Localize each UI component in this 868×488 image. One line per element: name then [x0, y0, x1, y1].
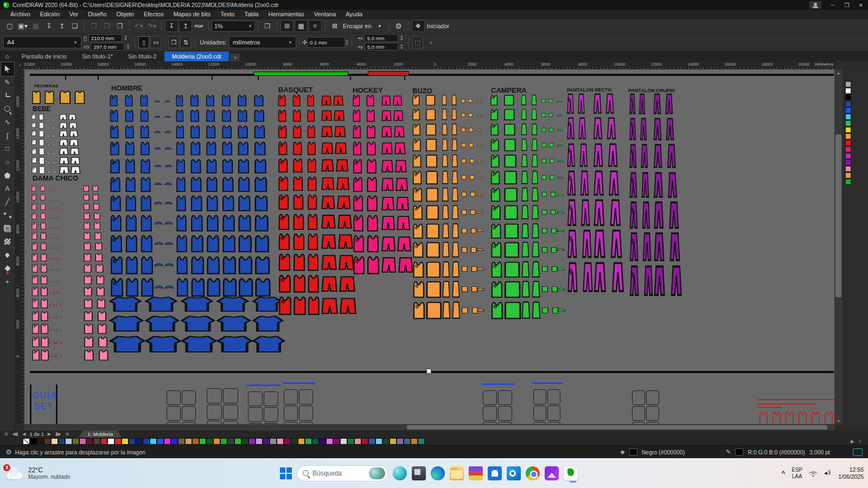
- palette-swatch[interactable]: [270, 438, 277, 445]
- pattern-piece[interactable]: [189, 195, 205, 213]
- pattern-piece[interactable]: [321, 233, 336, 251]
- pattern-piece[interactable]: [236, 234, 254, 254]
- document-palette-swatch[interactable]: [845, 120, 851, 126]
- document-palette-swatch[interactable]: [845, 140, 851, 146]
- pattern-piece[interactable]: [180, 335, 218, 354]
- pattern-piece[interactable]: [94, 264, 105, 274]
- pattern-piece[interactable]: [398, 256, 413, 275]
- pattern-piece[interactable]: [39, 122, 44, 130]
- pattern-piece[interactable]: [189, 94, 200, 107]
- pattern-piece[interactable]: [531, 108, 538, 121]
- drop-shadow-tool[interactable]: [1, 222, 14, 235]
- pattern-piece[interactable]: [476, 307, 485, 314]
- pattern-piece[interactable]: [503, 187, 519, 203]
- connector-tool[interactable]: ╱: [1, 195, 14, 209]
- pattern-piece[interactable]: [503, 154, 518, 169]
- pattern-piece[interactable]: [108, 195, 123, 213]
- pattern-piece[interactable]: [531, 138, 539, 152]
- pattern-piece[interactable]: [236, 141, 251, 157]
- pattern-piece[interactable]: [640, 144, 649, 169]
- pattern-piece[interactable]: [205, 158, 219, 175]
- pattern-piece[interactable]: [49, 255, 54, 261]
- pattern-piece[interactable]: [461, 307, 469, 315]
- show-guidelines-icon[interactable]: ⌗: [309, 20, 322, 32]
- pattern-piece[interactable]: [476, 98, 482, 105]
- wireframe-pattern-piece[interactable]: [646, 390, 659, 405]
- pattern-piece[interactable]: [189, 234, 206, 254]
- wireframe-pattern-piece[interactable]: [182, 390, 196, 405]
- pattern-piece[interactable]: [180, 296, 214, 313]
- open-icon[interactable]: ▣▾: [17, 21, 29, 31]
- pattern-piece[interactable]: [55, 278, 61, 284]
- red-wireframe-piece[interactable]: [823, 411, 834, 424]
- pattern-piece[interactable]: [340, 297, 356, 316]
- start-button[interactable]: [280, 467, 292, 479]
- pattern-piece[interactable]: [164, 220, 173, 228]
- options-gear-icon[interactable]: ⚙: [393, 21, 405, 31]
- pattern-piece[interactable]: [164, 240, 174, 248]
- page-height-field[interactable]: 297.0 mm: [91, 43, 124, 50]
- pattern-piece[interactable]: [520, 170, 529, 185]
- pattern-piece[interactable]: [580, 229, 593, 259]
- pattern-piece[interactable]: [277, 233, 292, 252]
- pattern-piece[interactable]: [49, 196, 53, 202]
- pattern-piece[interactable]: [49, 313, 55, 320]
- pattern-piece[interactable]: [139, 277, 156, 298]
- pattern-piece[interactable]: [47, 116, 50, 123]
- document-palette-swatch[interactable]: [845, 127, 851, 133]
- pattern-piece[interactable]: [541, 112, 546, 119]
- pattern-piece[interactable]: [411, 261, 426, 279]
- document-palette-swatch[interactable]: [845, 133, 851, 139]
- horizontal-scroll-thumb[interactable]: [407, 425, 827, 429]
- pattern-piece[interactable]: [652, 201, 666, 230]
- pattern-piece[interactable]: [520, 204, 529, 221]
- pattern-piece[interactable]: [236, 109, 249, 123]
- pattern-piece[interactable]: [441, 280, 451, 299]
- pattern-piece[interactable]: [43, 90, 55, 106]
- pattern-piece[interactable]: [557, 98, 562, 105]
- pattern-piece[interactable]: [108, 125, 120, 139]
- pattern-piece[interactable]: [97, 336, 109, 348]
- palette-swatch[interactable]: [241, 438, 248, 445]
- wireframe-pattern-piece[interactable]: [646, 406, 659, 421]
- pattern-piece[interactable]: [579, 199, 591, 227]
- pattern-piece[interactable]: [394, 125, 405, 139]
- menu-diseño[interactable]: Diseño: [83, 11, 111, 17]
- crop-tool[interactable]: [1, 89, 14, 102]
- pattern-piece[interactable]: [628, 172, 639, 199]
- document-palette-swatch[interactable]: [845, 159, 851, 165]
- pattern-piece[interactable]: [291, 176, 305, 192]
- pattern-piece[interactable]: [665, 118, 675, 142]
- pattern-piece[interactable]: [252, 234, 272, 254]
- pattern-piece[interactable]: [252, 277, 273, 298]
- pattern-piece[interactable]: [205, 109, 216, 123]
- pattern-piece[interactable]: [652, 144, 664, 169]
- pattern-piece[interactable]: [175, 94, 184, 107]
- pattern-piece[interactable]: [306, 213, 320, 231]
- pattern-piece[interactable]: [411, 204, 424, 221]
- pattern-piece[interactable]: [541, 266, 549, 273]
- document-palette-swatch[interactable]: [845, 166, 851, 172]
- palette-swatch[interactable]: [136, 438, 143, 445]
- pattern-piece[interactable]: [55, 266, 61, 273]
- iniciador-label[interactable]: Iniciador: [427, 23, 450, 29]
- pattern-piece[interactable]: [124, 158, 137, 175]
- pattern-piece[interactable]: [469, 191, 476, 198]
- pattern-piece[interactable]: [82, 264, 93, 274]
- pattern-piece[interactable]: [108, 277, 125, 298]
- palette-swatch[interactable]: [192, 438, 199, 445]
- palette-swatch[interactable]: [93, 438, 100, 445]
- palette-swatch[interactable]: [100, 438, 107, 445]
- pattern-piece[interactable]: [365, 214, 380, 233]
- palette-swatch[interactable]: [171, 438, 178, 445]
- palette-swatch[interactable]: [234, 438, 241, 445]
- pattern-piece[interactable]: [476, 158, 483, 165]
- pattern-piece[interactable]: [49, 245, 54, 251]
- pattern-piece[interactable]: [68, 114, 76, 121]
- pattern-piece[interactable]: [95, 286, 106, 297]
- text-tool[interactable]: A: [1, 182, 14, 196]
- pattern-piece[interactable]: [252, 315, 284, 333]
- pattern-piece[interactable]: [425, 108, 437, 121]
- pattern-piece[interactable]: [154, 146, 161, 152]
- pattern-piece[interactable]: [352, 109, 362, 123]
